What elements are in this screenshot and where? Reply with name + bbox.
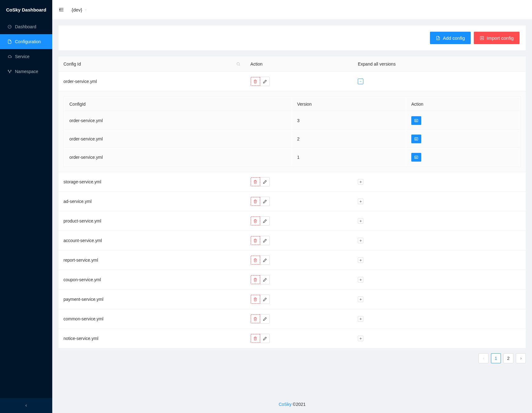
edit-button[interactable]	[260, 334, 269, 343]
file-add-icon	[436, 36, 440, 40]
edit-button[interactable]	[260, 314, 269, 323]
edit-button[interactable]	[260, 256, 269, 264]
add-config-label: Add config	[443, 35, 465, 41]
svg-point-3	[9, 72, 10, 73]
table-row: product-service.yml+	[58, 211, 526, 231]
delete-button[interactable]	[251, 256, 260, 264]
pagination-page[interactable]: 1	[491, 353, 501, 363]
cell-config-id: order-service.yml	[58, 72, 245, 91]
row-actions	[250, 295, 270, 304]
edit-button[interactable]	[260, 236, 269, 245]
version-cell-version: 2	[292, 130, 406, 148]
expand-toggle[interactable]: +	[358, 316, 363, 322]
edit-button[interactable]	[260, 295, 269, 304]
expand-toggle[interactable]: +	[358, 277, 363, 282]
expand-toggle[interactable]: +	[358, 257, 363, 263]
column-action: Action	[245, 57, 353, 72]
footer-link[interactable]: CoSky	[279, 402, 292, 407]
column-expand: Expand all versions	[353, 57, 526, 72]
cell-config-id: coupon-service.yml	[58, 270, 245, 290]
cell-config-id: payment-service.yml	[58, 290, 245, 309]
pagination-next[interactable]	[516, 353, 526, 363]
cell-expand: +	[353, 172, 526, 192]
version-cell-config-id: order-service.yml	[64, 130, 292, 148]
add-config-button[interactable]: Add config	[430, 32, 471, 44]
expand-toggle[interactable]: +	[358, 336, 363, 341]
cell-expand: +	[353, 290, 526, 309]
sidebar-item-namespace[interactable]: Namespace	[0, 64, 52, 79]
sidebar-item-dashboard[interactable]: Dashboard	[0, 19, 52, 34]
cloud-icon	[7, 54, 12, 59]
edit-button[interactable]	[260, 177, 269, 186]
sidebar-item-service[interactable]: Service	[0, 49, 52, 64]
pagination: 12	[58, 348, 526, 363]
row-actions	[250, 197, 270, 206]
edit-button[interactable]	[260, 275, 269, 284]
table-row: notice-service.yml+	[58, 329, 526, 348]
expand-toggle[interactable]: +	[358, 238, 363, 243]
cell-action	[245, 172, 353, 192]
cell-expand: +	[353, 231, 526, 250]
delete-button[interactable]	[251, 197, 260, 206]
sidebar-item-configuration[interactable]: Configuration	[0, 34, 52, 49]
chevron-down-icon	[84, 8, 87, 11]
cell-action	[245, 231, 353, 250]
edit-button[interactable]	[260, 197, 269, 206]
expand-toggle[interactable]: +	[358, 179, 363, 185]
cell-expand: +	[353, 270, 526, 290]
version-cell-action	[406, 149, 520, 166]
rollback-button[interactable]	[411, 153, 421, 162]
pagination-prev[interactable]	[478, 353, 488, 363]
nodes-icon	[7, 69, 12, 74]
expand-toggle[interactable]: +	[358, 218, 363, 224]
row-actions	[250, 275, 270, 284]
row-actions	[250, 216, 270, 226]
import-config-button[interactable]: Import config	[474, 32, 520, 44]
delete-button[interactable]	[251, 177, 260, 186]
rollback-button[interactable]	[411, 116, 421, 125]
expand-toggle[interactable]: +	[358, 296, 363, 302]
version-cell-version: 3	[292, 112, 406, 130]
row-actions	[250, 334, 270, 343]
version-row: order-service.yml1	[64, 149, 520, 166]
import-icon	[480, 36, 484, 40]
nav-menu: DashboardConfigurationServiceNamespace	[0, 19, 52, 398]
menu-fold-icon[interactable]	[58, 7, 64, 12]
table-row: account-service.yml+	[58, 231, 526, 250]
inner-column-config-id: ConfigId	[64, 97, 292, 111]
expanded-row: ConfigIdVersionActionorder-service.yml3o…	[58, 91, 526, 172]
expand-toggle[interactable]	[358, 79, 363, 84]
edit-button[interactable]	[260, 217, 269, 225]
version-cell-version: 1	[292, 149, 406, 166]
delete-button[interactable]	[251, 334, 260, 343]
delete-button[interactable]	[251, 236, 260, 245]
delete-button[interactable]	[251, 314, 260, 323]
delete-button[interactable]	[251, 295, 260, 304]
column-config-id: Config Id	[63, 62, 81, 67]
footer: CoSky ©2021	[52, 396, 532, 413]
namespace-select[interactable]: {dev}	[72, 7, 87, 12]
cell-config-id: notice-service.yml	[58, 329, 245, 348]
import-config-label: Import config	[487, 35, 514, 41]
cell-action	[245, 309, 353, 329]
rollback-button[interactable]	[411, 135, 421, 143]
table-row: common-service.yml+	[58, 309, 526, 329]
delete-button[interactable]	[251, 77, 260, 86]
sidebar-collapse-trigger[interactable]	[0, 398, 52, 413]
cell-expand: +	[353, 329, 526, 348]
row-actions	[250, 77, 270, 86]
namespace-value: {dev}	[72, 7, 82, 12]
delete-button[interactable]	[251, 217, 260, 225]
pagination-page[interactable]: 2	[503, 353, 513, 363]
cell-action	[245, 192, 353, 211]
inner-column-action: Action	[406, 97, 520, 111]
version-cell-action	[406, 130, 520, 148]
header: {dev}	[52, 0, 532, 19]
file-icon	[7, 39, 12, 44]
delete-button[interactable]	[251, 275, 260, 284]
dashboard-icon	[7, 25, 12, 29]
search-icon[interactable]	[236, 62, 240, 66]
config-table: Config Id Action Expand all versions ord…	[58, 57, 526, 348]
expand-toggle[interactable]: +	[358, 199, 363, 204]
edit-button[interactable]	[260, 77, 269, 86]
